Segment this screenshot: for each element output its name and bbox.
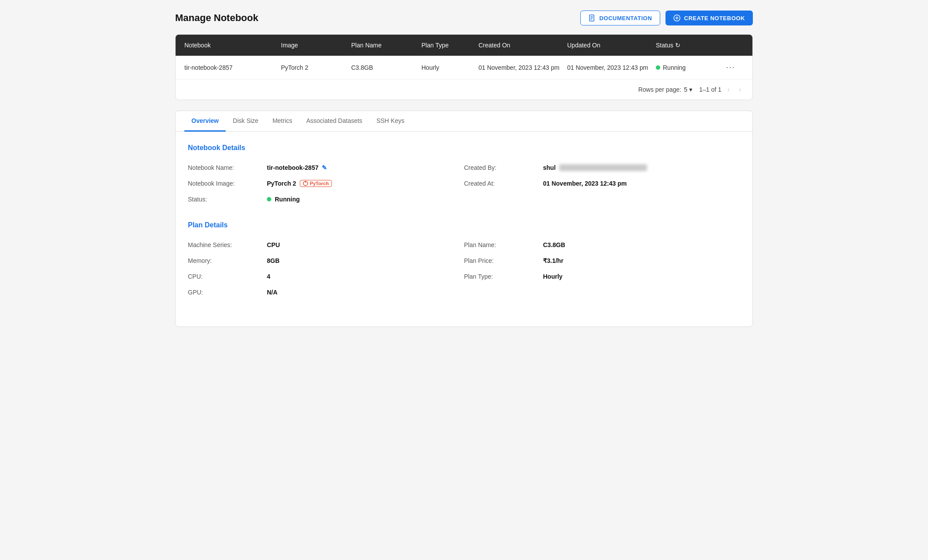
- notebook-left-col: Notebook Name: tir-notebook-2857 ✎ Noteb…: [188, 160, 464, 207]
- plan-price-label: Plan Price:: [464, 257, 543, 264]
- cell-plan-type: Hourly: [421, 64, 478, 71]
- detail-card: Overview Disk Size Metrics Associated Da…: [175, 111, 753, 327]
- table-header: Notebook Image Plan Name Plan Type Creat…: [176, 35, 752, 56]
- edit-name-icon[interactable]: ✎: [322, 164, 327, 171]
- cell-created-on: 01 November, 2023 12:43 pm: [478, 64, 567, 71]
- table-row: tir-notebook-2857 PyTorch 2 C3.8GB Hourl…: [176, 56, 752, 79]
- created-at-row: Created At: 01 November, 2023 12:43 pm: [464, 176, 740, 191]
- notebook-status-row: Status: Running: [188, 191, 464, 207]
- plan-name-value: C3.8GB: [543, 241, 565, 248]
- tab-ssh-keys[interactable]: SSH Keys: [369, 111, 411, 132]
- docs-icon: [589, 14, 596, 22]
- notebook-right-col: Created By: shul Created At: 01 November…: [464, 160, 740, 207]
- plan-price-row: Plan Price: ₹3.1/hr: [464, 253, 740, 269]
- notebook-image-value: PyTorch 2 PyTorch: [267, 180, 332, 187]
- col-updated-on: Updated On: [567, 42, 656, 49]
- notebook-image-label: Notebook Image:: [188, 180, 267, 187]
- cell-image: PyTorch 2: [281, 64, 351, 71]
- status-dot: [656, 65, 660, 70]
- plan-right-col: Plan Name: C3.8GB Plan Price: ₹3.1/hr Pl…: [464, 237, 740, 300]
- rows-per-page-label: Rows per page:: [638, 86, 681, 93]
- created-at-value: 01 November, 2023 12:43 pm: [543, 180, 627, 187]
- documentation-button[interactable]: DOCUMENTATION: [580, 11, 660, 25]
- memory-label: Memory:: [188, 257, 267, 264]
- memory-value: 8GB: [267, 257, 280, 264]
- tabs: Overview Disk Size Metrics Associated Da…: [176, 111, 752, 132]
- refresh-icon[interactable]: ↻: [675, 42, 680, 49]
- docs-label: DOCUMENTATION: [599, 15, 652, 22]
- cell-notebook: tir-notebook-2857: [184, 64, 281, 71]
- col-notebook: Notebook: [184, 42, 281, 49]
- plan-type-value: Hourly: [543, 273, 562, 280]
- notebook-details-title: Notebook Details: [188, 144, 740, 152]
- status-dot-detail: [267, 197, 271, 201]
- cell-status: Running: [656, 64, 726, 71]
- machine-series-label: Machine Series:: [188, 241, 267, 248]
- gpu-row: GPU: N/A: [188, 284, 464, 300]
- blurred-user-text: [559, 164, 647, 171]
- notebook-name-row: Notebook Name: tir-notebook-2857 ✎: [188, 160, 464, 176]
- status-text: Running: [663, 64, 686, 71]
- tab-metrics[interactable]: Metrics: [266, 111, 299, 132]
- tab-associated-datasets[interactable]: Associated Datasets: [299, 111, 370, 132]
- created-by-row: Created By: shul: [464, 160, 740, 176]
- notebook-details-grid: Notebook Name: tir-notebook-2857 ✎ Noteb…: [188, 160, 740, 207]
- pytorch-badge: PyTorch: [300, 180, 332, 187]
- notebook-status-label: Status:: [188, 196, 267, 203]
- cpu-label: CPU:: [188, 273, 267, 280]
- page-navigation: 1–1 of 1 ‹ ›: [699, 85, 744, 94]
- notebook-image-row: Notebook Image: PyTorch 2 PyTorch: [188, 176, 464, 191]
- next-page-button[interactable]: ›: [736, 85, 744, 94]
- svg-point-8: [305, 182, 306, 183]
- col-actions: [726, 42, 744, 49]
- notebook-name-label: Notebook Name:: [188, 164, 267, 171]
- col-plan-name: Plan Name: [351, 42, 421, 49]
- cell-updated-on: 01 November, 2023 12:43 pm: [567, 64, 656, 71]
- chevron-down-icon: ▾: [689, 86, 692, 93]
- col-created-on: Created On: [478, 42, 567, 49]
- tab-overview[interactable]: Overview: [184, 111, 226, 132]
- gpu-label: GPU:: [188, 289, 267, 296]
- plan-details-title: Plan Details: [188, 221, 740, 229]
- notebook-name-value: tir-notebook-2857 ✎: [267, 164, 327, 171]
- rows-per-page: Rows per page: 5 ▾: [638, 86, 692, 93]
- notebook-table-card: Notebook Image Plan Name Plan Type Creat…: [175, 34, 753, 100]
- page-info: 1–1 of 1: [699, 86, 722, 93]
- plan-name-label: Plan Name:: [464, 241, 543, 248]
- plan-type-row: Plan Type: Hourly: [464, 269, 740, 284]
- create-notebook-button[interactable]: CREATE NOTEBOOK: [665, 11, 753, 25]
- prev-page-button[interactable]: ‹: [725, 85, 732, 94]
- tab-disk-size[interactable]: Disk Size: [226, 111, 265, 132]
- pagination-row: Rows per page: 5 ▾ 1–1 of 1 ‹ ›: [176, 79, 752, 100]
- col-status: Status ↻: [656, 42, 726, 49]
- rows-per-page-select[interactable]: 5 ▾: [684, 86, 692, 93]
- gpu-value: N/A: [267, 289, 277, 296]
- created-by-value: shul: [543, 164, 647, 171]
- plan-type-label: Plan Type:: [464, 273, 543, 280]
- plan-price-value: ₹3.1/hr: [543, 257, 563, 264]
- col-image: Image: [281, 42, 351, 49]
- create-label: CREATE NOTEBOOK: [684, 15, 745, 22]
- detail-body: Notebook Details Notebook Name: tir-note…: [176, 132, 752, 327]
- page-header: Manage Notebook DOCUMENTATION CREATE NOT…: [175, 11, 753, 25]
- plan-name-row: Plan Name: C3.8GB: [464, 237, 740, 253]
- header-buttons: DOCUMENTATION CREATE NOTEBOOK: [580, 11, 753, 25]
- plan-details-grid: Machine Series: CPU Memory: 8GB CPU: 4 G…: [188, 237, 740, 300]
- plan-left-col: Machine Series: CPU Memory: 8GB CPU: 4 G…: [188, 237, 464, 300]
- more-actions-button[interactable]: ···: [726, 63, 735, 72]
- created-at-label: Created At:: [464, 180, 543, 187]
- cpu-value: 4: [267, 273, 270, 280]
- memory-row: Memory: 8GB: [188, 253, 464, 269]
- page-title: Manage Notebook: [175, 12, 258, 24]
- machine-series-value: CPU: [267, 241, 280, 248]
- pytorch-icon: [303, 181, 308, 186]
- cpu-row: CPU: 4: [188, 269, 464, 284]
- cell-more: ···: [726, 63, 744, 72]
- notebook-status-value: Running: [267, 196, 300, 203]
- col-plan-type: Plan Type: [421, 42, 478, 49]
- machine-series-row: Machine Series: CPU: [188, 237, 464, 253]
- cell-plan-name: C3.8GB: [351, 64, 421, 71]
- created-by-label: Created By:: [464, 164, 543, 171]
- rows-per-page-value: 5: [684, 86, 687, 93]
- create-icon: [673, 14, 680, 22]
